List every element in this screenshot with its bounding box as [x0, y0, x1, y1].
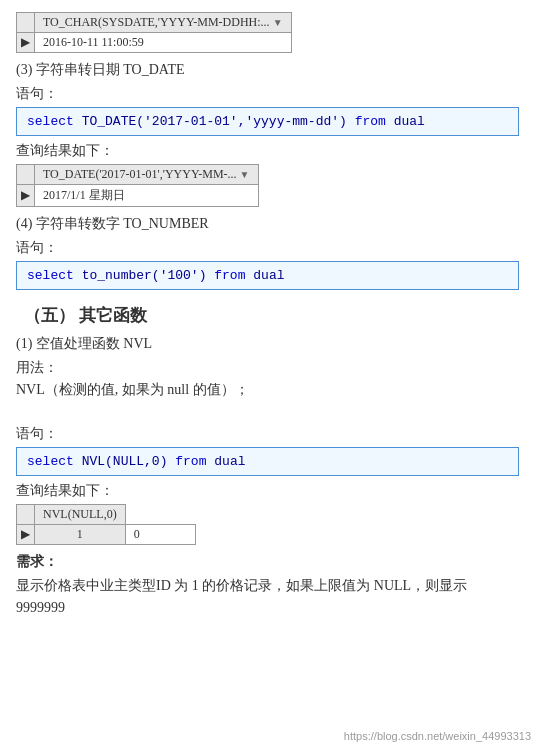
section3-table: dual [394, 114, 425, 129]
watermark: https://blog.csdn.net/weixin_44993313 [344, 730, 531, 742]
s5-header-empty [17, 505, 35, 525]
section3-title: (3) 字符串转日期 TO_DATE [16, 61, 519, 79]
section4-from: from [214, 268, 245, 283]
tochar-value: 2016-10-11 11:00:59 [35, 33, 292, 53]
s3-header-empty [17, 165, 35, 185]
section5-table: dual [214, 454, 245, 469]
table-row: ▶ 1 0 [17, 525, 196, 545]
section5-func: NVL(NULL,0) [82, 454, 168, 469]
section4-syntax-label: 语句： [16, 239, 519, 257]
table-row: ▶ 2017/1/1 星期日 [17, 185, 259, 207]
section4-code: select to_number('100') from dual [16, 261, 519, 290]
section5-result-table: NVL(NULL,0) ▶ 1 0 [16, 504, 519, 545]
section4-table: dual [253, 268, 284, 283]
section5-code: select NVL(NULL,0) from dual [16, 447, 519, 476]
requirement-label: 需求： [16, 553, 519, 571]
section4-func: to_number('100') [82, 268, 207, 283]
section5-sub1-title: (1) 空值处理函数 NVL [16, 335, 519, 353]
s3-row-arrow: ▶ [17, 185, 35, 207]
section3-result-label: 查询结果如下： [16, 142, 519, 160]
s5-row-num: 1 [35, 525, 126, 545]
tochar-header-col: TO_CHAR(SYSDATE,'YYYY-MM-DDHH:... ▼ [35, 13, 292, 33]
table-row: ▶ 2016-10-11 11:00:59 [17, 33, 292, 53]
section3-code: select TO_DATE('2017-01-01','yyyy-mm-dd'… [16, 107, 519, 136]
section3-syntax-label: 语句： [16, 85, 519, 103]
section3-from: from [355, 114, 386, 129]
section3-select: select [27, 114, 74, 129]
s3-header-col: TO_DATE('2017-01-01','YYYY-MM-... ▼ [35, 165, 259, 185]
section3-result-table: TO_DATE('2017-01-01','YYYY-MM-... ▼ ▶ 20… [16, 164, 519, 207]
section3-func: TO_DATE('2017-01-01','yyyy-mm-dd') [82, 114, 347, 129]
s5-value: 0 [125, 525, 195, 545]
section5-usage-label: 用法： [16, 359, 519, 377]
section4-select: select [27, 268, 74, 283]
section5-syntax-label: 语句： [16, 425, 519, 443]
section5-from: from [175, 454, 206, 469]
section5-select: select [27, 454, 74, 469]
requirement-text: 显示价格表中业主类型ID 为 1 的价格记录，如果上限值为 NULL，则显示 9… [16, 575, 519, 620]
s5-header-col: NVL(NULL,0) [35, 505, 126, 525]
s3-value: 2017/1/1 星期日 [35, 185, 259, 207]
tochar-header-empty [17, 13, 35, 33]
s3-header-dropdown[interactable]: ▼ [240, 169, 250, 180]
section5-big-title: （五） 其它函数 [24, 304, 519, 327]
s5-row-arrow: ▶ [17, 525, 35, 545]
section5-usage-text: NVL（检测的值, 如果为 null 的值）； [16, 381, 519, 399]
row-arrow: ▶ [17, 33, 35, 53]
tochar-result-table: TO_CHAR(SYSDATE,'YYYY-MM-DDHH:... ▼ ▶ 20… [16, 12, 519, 53]
tochar-header-dropdown[interactable]: ▼ [273, 17, 283, 28]
section4-title: (4) 字符串转数字 TO_NUMBER [16, 215, 519, 233]
section5-result-label: 查询结果如下： [16, 482, 519, 500]
